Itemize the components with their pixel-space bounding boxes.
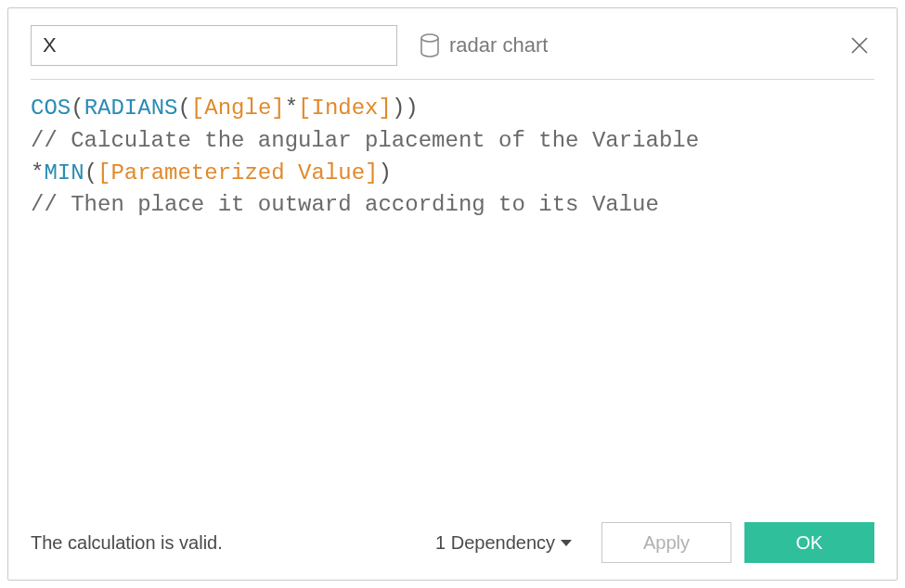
token-func: COS bbox=[31, 96, 71, 121]
formula-editor[interactable]: COS(RADIANS([Angle]*[Index])) // Calcula… bbox=[31, 93, 874, 511]
token-bracket: ] bbox=[379, 96, 392, 121]
validation-status: The calculation is valid. bbox=[31, 532, 422, 554]
calc-name-input[interactable] bbox=[31, 25, 397, 66]
token-bracket: ] bbox=[271, 96, 284, 121]
token-op: * bbox=[31, 160, 44, 185]
token-field: Index bbox=[312, 96, 379, 121]
dependency-label: 1 Dependency bbox=[435, 532, 555, 554]
token-bracket: [ bbox=[298, 96, 311, 121]
token-op: * bbox=[285, 96, 298, 121]
token-paren: ( bbox=[177, 96, 190, 121]
data-source-label: radar chart bbox=[449, 33, 548, 58]
header-divider bbox=[31, 79, 874, 80]
token-bracket: ] bbox=[365, 160, 378, 185]
apply-button[interactable]: Apply bbox=[601, 522, 731, 563]
dialog-footer: The calculation is valid. 1 Dependency A… bbox=[31, 511, 874, 563]
chevron-down-icon bbox=[561, 540, 572, 546]
calculation-editor-dialog: radar chart COS(RADIANS([Angle]*[Index])… bbox=[7, 7, 898, 581]
token-paren: ( bbox=[84, 160, 97, 185]
token-func: MIN bbox=[44, 160, 84, 185]
dialog-header: radar chart bbox=[31, 25, 874, 66]
token-comment: // Then place it outward according to it… bbox=[31, 192, 659, 217]
dependency-dropdown[interactable]: 1 Dependency bbox=[435, 532, 572, 554]
ok-button[interactable]: OK bbox=[744, 522, 874, 563]
token-field: Angle bbox=[204, 96, 271, 121]
token-comment: // Calculate the angular placement of th… bbox=[31, 128, 699, 153]
database-icon bbox=[420, 33, 440, 58]
token-paren: ) bbox=[392, 96, 405, 121]
token-paren: ) bbox=[379, 160, 392, 185]
data-source-context[interactable]: radar chart bbox=[412, 33, 830, 58]
token-field: Parameterized Value bbox=[110, 160, 365, 185]
close-button[interactable] bbox=[845, 31, 874, 60]
token-func: RADIANS bbox=[84, 96, 178, 121]
token-bracket: [ bbox=[191, 96, 204, 121]
formula-code[interactable]: COS(RADIANS([Angle]*[Index])) // Calcula… bbox=[31, 93, 874, 222]
svg-point-0 bbox=[421, 34, 438, 42]
expand-handle[interactable] bbox=[873, 264, 874, 286]
token-paren: ( bbox=[71, 96, 84, 121]
token-paren: ) bbox=[405, 96, 418, 121]
token-bracket: [ bbox=[97, 160, 110, 185]
